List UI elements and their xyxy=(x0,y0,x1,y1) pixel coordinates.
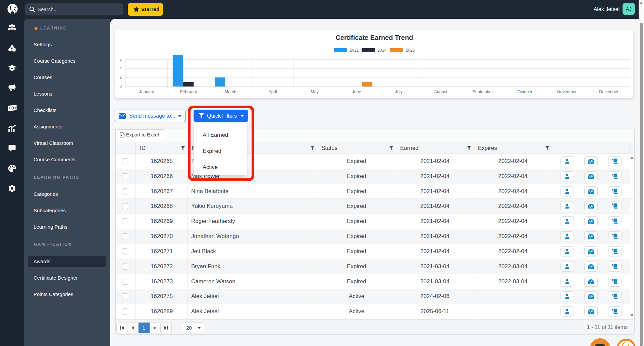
svg-text:June: June xyxy=(352,90,361,94)
svg-text:4: 4 xyxy=(119,66,122,71)
svg-text:July: July xyxy=(395,90,403,94)
svg-text:November: November xyxy=(557,90,577,94)
svg-text:October: October xyxy=(518,90,532,94)
svg-text:Certificate Earned Trend: Certificate Earned Trend xyxy=(335,34,413,41)
svg-text:6: 6 xyxy=(119,57,122,62)
svg-text:2024: 2024 xyxy=(377,48,387,53)
svg-text:January: January xyxy=(139,90,154,94)
svg-text:2021: 2021 xyxy=(350,48,359,53)
svg-text:2: 2 xyxy=(119,75,122,80)
svg-text:February: February xyxy=(180,90,197,94)
svg-text:x: x xyxy=(121,134,122,137)
svg-text:April: April xyxy=(268,90,277,94)
svg-text:2025: 2025 xyxy=(406,48,415,53)
svg-text:September: September xyxy=(472,90,493,94)
svg-text:0: 0 xyxy=(119,84,122,89)
svg-text:August: August xyxy=(434,90,447,94)
svg-text:March: March xyxy=(225,90,236,94)
svg-text:December: December xyxy=(599,90,619,94)
svg-text:May: May xyxy=(311,90,319,94)
